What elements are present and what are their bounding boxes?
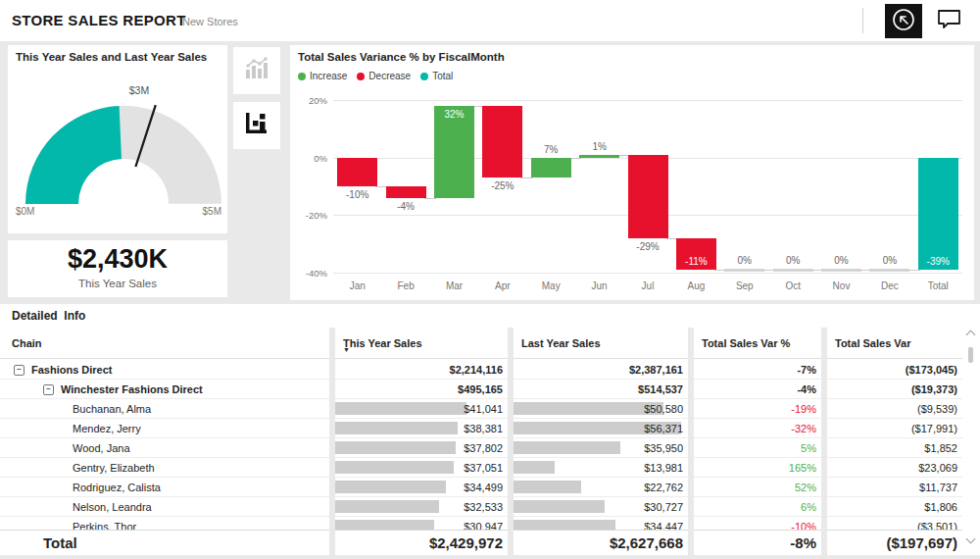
- last-year-sales-cell: $35,950: [514, 438, 688, 458]
- waterfall-bar-zero[interactable]: [773, 269, 813, 272]
- chain-cell: Gentry, Elizabeth: [0, 458, 329, 478]
- kpi-value: $2,430K: [8, 244, 227, 275]
- waterfall-bar-mar[interactable]: [434, 106, 474, 198]
- chain-cell: Nelson, Leandra: [0, 497, 329, 517]
- sales-var-pct-value: -4%: [797, 383, 816, 395]
- table-row[interactable]: Buchanan, Alma$41,041$50,580-19%($9,539): [0, 399, 962, 419]
- report-page: STORE SALES REPORT New Stores This Year …: [0, 0, 980, 559]
- gauge-title: This Year Sales and Last Year Sales: [16, 51, 207, 63]
- chain-name: Winchester Fashions Direct: [61, 383, 203, 395]
- sales-var-pct-value: -32%: [791, 423, 816, 434]
- x-axis-tick-label: May: [527, 280, 575, 291]
- chain-cell: Buchanan, Alma: [0, 399, 329, 419]
- last-year-sales-value: $56,371: [644, 423, 683, 434]
- table-row[interactable]: −Winchester Fashions Direct$495,165$514,…: [0, 380, 962, 399]
- sales-var-pct-cell: -4%: [694, 380, 821, 399]
- sales-var-pct-value: -7%: [797, 364, 816, 376]
- table-row[interactable]: Mendez, Jerry$38,381$56,371-32%($17,991): [0, 419, 962, 438]
- column-header-this-year-sales[interactable]: This Year Sales ▼: [335, 328, 508, 359]
- sales-var-pct-cell: -7%: [694, 360, 821, 380]
- table-row[interactable]: Nelson, Leandra$32,533$30,7276%$1,806: [0, 497, 962, 517]
- last-year-sales-cell: $34,447: [514, 517, 688, 530]
- sales-var-cell: ($173,045): [827, 360, 962, 380]
- sales-var-value: ($17,991): [911, 423, 957, 434]
- waterfall-bar-zero[interactable]: [821, 269, 861, 272]
- back-button[interactable]: [885, 4, 922, 38]
- waterfall-bar-total[interactable]: [918, 158, 958, 271]
- waterfall-data-label: 0%: [865, 255, 913, 266]
- table-row[interactable]: −Fashions Direct$2,214,116$2,387,161-7%(…: [0, 360, 962, 380]
- waterfall-data-label: -25%: [478, 180, 526, 191]
- waterfall-bar-zero[interactable]: [869, 269, 909, 272]
- waterfall-bar-jun[interactable]: [579, 155, 619, 158]
- waterfall-visual-card: Total Sales Variance % by FiscalMonth In…: [290, 45, 974, 300]
- column-header-last-year-sales[interactable]: Last Year Sales: [514, 328, 688, 359]
- this-year-sales-value: $32,533: [464, 501, 503, 513]
- waterfall-chart-icon: [244, 112, 270, 140]
- last-year-sales-cell: $30,727: [514, 497, 688, 517]
- waterfall-connector: [520, 178, 532, 178]
- last-year-sales-value: $50,580: [644, 403, 683, 415]
- scroll-down-icon[interactable]: [966, 534, 976, 544]
- collapse-icon[interactable]: −: [14, 365, 24, 376]
- table-row[interactable]: Perkins, Thor$30,947$34,447-10%($3,501): [0, 517, 962, 530]
- sales-var-value: ($19,373): [911, 383, 957, 395]
- data-bar: [335, 461, 454, 474]
- total-label: Total: [0, 530, 329, 555]
- comment-button[interactable]: [931, 8, 966, 35]
- switch-to-waterfall-chart-button[interactable]: [233, 102, 280, 149]
- column-header-total-sales-var-pct[interactable]: Total Sales Var %: [694, 328, 821, 359]
- column-header-chain[interactable]: Chain: [0, 328, 329, 359]
- last-year-sales-value: $30,727: [644, 501, 683, 513]
- data-bar: [514, 441, 620, 454]
- y-axis-tick-label: 20%: [290, 95, 327, 106]
- y-axis-tick-label: -20%: [290, 210, 327, 221]
- waterfall-data-label: 0%: [769, 255, 817, 266]
- chain-name: Gentry, Elizabeth: [73, 462, 155, 474]
- switch-to-combo-chart-button[interactable]: [233, 47, 280, 94]
- waterfall-bar-may[interactable]: [531, 158, 571, 178]
- x-axis-tick-label: Jun: [575, 280, 623, 291]
- scrollbar-thumb[interactable]: [968, 347, 973, 363]
- sales-var-value: ($173,045): [906, 364, 957, 376]
- x-axis-tick-label: Jul: [623, 280, 671, 291]
- this-year-sales-cell: $41,041: [335, 399, 508, 419]
- table-row[interactable]: Rodriguez, Calista$34,499$22,76252%$11,7…: [0, 478, 962, 497]
- last-year-sales-value: $514,537: [638, 383, 683, 395]
- sales-var-pct-cell: 52%: [694, 478, 821, 497]
- data-bar: [335, 500, 439, 513]
- waterfall-bar-jan[interactable]: [337, 158, 377, 186]
- waterfall-bar-feb[interactable]: [386, 186, 426, 198]
- sales-var-value: $23,069: [918, 462, 957, 474]
- scroll-up-icon[interactable]: [966, 330, 976, 340]
- waterfall-bar-zero[interactable]: [724, 269, 764, 272]
- x-axis-tick-label: Aug: [672, 280, 720, 291]
- chain-cell: −Winchester Fashions Direct: [0, 380, 329, 399]
- chain-name: Nelson, Leandra: [73, 501, 152, 513]
- table-row[interactable]: Wood, Jana$37,802$35,9505%$1,852: [0, 438, 962, 458]
- waterfall-data-label: 7%: [527, 144, 575, 155]
- gauge-min-label: $0M: [16, 206, 34, 217]
- waterfall-bar-jul[interactable]: [628, 155, 668, 238]
- this-year-sales-value: $30,947: [464, 521, 503, 530]
- table-row[interactable]: Gentry, Elizabeth$37,051$13,981165%$23,0…: [0, 458, 962, 478]
- collapse-icon[interactable]: −: [43, 384, 54, 395]
- sales-var-value: ($3,501): [917, 521, 957, 530]
- chain-cell: Mendez, Jerry: [0, 419, 329, 438]
- waterfall-bar-apr[interactable]: [482, 106, 522, 178]
- waterfall-data-label: 0%: [720, 255, 768, 266]
- waterfall-connector: [424, 198, 436, 199]
- sales-var-value: $11,737: [919, 482, 957, 493]
- column-gap: [688, 328, 694, 555]
- kpi-card: $2,430K This Year Sales: [8, 240, 227, 297]
- data-bar: [514, 461, 555, 474]
- this-year-sales-value: $37,802: [464, 442, 503, 454]
- sales-var-cell: $23,069: [827, 458, 962, 478]
- last-year-sales-cell: $50,580: [514, 399, 688, 419]
- chain-cell: Rodriguez, Calista: [0, 478, 329, 497]
- sales-var-cell: ($17,991): [827, 419, 962, 438]
- gauge-max-label: $5M: [163, 206, 221, 217]
- sales-var-cell: ($9,539): [827, 399, 962, 419]
- column-header-total-sales-var[interactable]: Total Sales Var: [827, 328, 962, 359]
- combo-chart-icon: [244, 57, 270, 85]
